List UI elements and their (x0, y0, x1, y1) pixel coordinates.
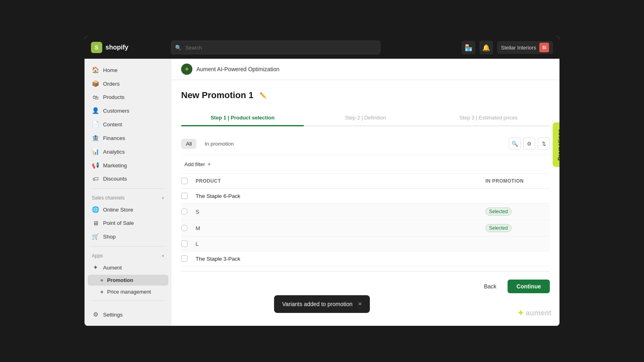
add-filter-button[interactable]: Add filter ＋ (181, 159, 550, 169)
continue-button[interactable]: Continue (508, 280, 550, 293)
notification-icon-btn[interactable]: 🔔 (479, 41, 493, 54)
sidebar: 🏠 Home 📦 Orders 🛍 Products 👤 Customers 📄… (85, 59, 171, 326)
row-m-name: M (196, 225, 485, 231)
sidebar-item-label: Promotion (107, 277, 133, 283)
table-row: M Selected (181, 220, 550, 237)
sidebar-item-analytics[interactable]: 📊 Analytics (88, 145, 168, 158)
sales-channels-label: Sales channels ▾ (88, 192, 168, 202)
content-icon: 📄 (92, 121, 99, 128)
sidebar-item-price-management[interactable]: Price management (88, 286, 168, 297)
products-icon: 🛍 (92, 94, 99, 101)
sidebar-item-online-store[interactable]: 🌐 Online Store (88, 203, 168, 216)
app-header-title: Aument AI-Powered Optimization (196, 66, 279, 72)
user-name: Stellar Interiors (501, 45, 536, 51)
sidebar-item-label: Online Store (103, 207, 133, 213)
sidebar-item-orders[interactable]: 📦 Orders (88, 77, 168, 90)
table-header: Product In promotion (181, 174, 550, 189)
sidebar-item-settings[interactable]: ⚙ Settings (88, 308, 168, 321)
edit-title-button[interactable]: ✏️ (258, 90, 269, 101)
row-l-checkbox[interactable] (181, 241, 188, 247)
table-row: The Staple 3-Pack (181, 251, 550, 266)
row-s-checkbox[interactable] (181, 208, 188, 215)
sidebar-item-label: Aument (103, 265, 122, 271)
add-filter-row: Add filter ＋ (181, 155, 550, 174)
add-filter-label: Add filter (184, 161, 205, 167)
top-nav: S shopify 🔍 🏪 🔔 Stellar Interiors SI (85, 36, 559, 59)
orders-icon: 📦 (92, 80, 99, 87)
steps-bar: Step 1 | Product selection Step 2 | Defi… (181, 111, 550, 126)
table-row: L (181, 237, 550, 251)
toast-close-button[interactable]: × (358, 300, 362, 308)
col-product-header: Product (196, 178, 485, 184)
sidebar-item-home[interactable]: 🏠 Home (88, 64, 168, 76)
aument-icon: ✦ (92, 264, 99, 271)
side-promotions-tab-container: Promotions (553, 123, 559, 240)
search-bar-container: 🔍 (171, 41, 380, 54)
filter-options-btn[interactable]: ⚙ (523, 138, 535, 150)
sidebar-item-aument[interactable]: ✦ Aument (88, 261, 168, 274)
sidebar-item-shop[interactable]: 🛒 Shop (88, 230, 168, 243)
discounts-icon: 🏷 (92, 175, 99, 182)
back-button[interactable]: Back (477, 280, 503, 293)
shopify-logo[interactable]: S shopify (91, 42, 128, 53)
search-input[interactable] (171, 41, 380, 54)
sidebar-item-marketing[interactable]: 📢 Marketing (88, 159, 168, 172)
page-title-row: New Promotion 1 ✏️ (181, 90, 550, 101)
tab-in-promotion[interactable]: In promotion (200, 139, 238, 149)
filter-right-actions: 🔍 ⚙ ⇅ (509, 138, 550, 150)
sidebar-item-content[interactable]: 📄 Content (88, 118, 168, 131)
sidebar-item-label: Settings (103, 312, 123, 318)
row-l-name: L (196, 241, 485, 247)
main-layout: 🏠 Home 📦 Orders 🛍 Products 👤 Customers 📄… (85, 59, 559, 326)
sidebar-item-label: Finances (103, 135, 125, 141)
aument-star-icon: ✦ (517, 308, 524, 318)
side-promotions-tab[interactable]: Promotions (553, 123, 559, 167)
row-staple3-checkbox[interactable] (181, 255, 188, 262)
bottom-actions: Back Continue (181, 271, 550, 295)
app-header: ✦ Aument AI-Powered Optimization (171, 59, 559, 80)
nav-right: 🏪 🔔 Stellar Interiors SI (462, 41, 553, 54)
row-s-name: S (196, 209, 485, 215)
sidebar-item-customers[interactable]: 👤 Customers (88, 104, 168, 117)
pos-icon: 🖥 (92, 220, 99, 226)
sidebar-item-label: Discounts (103, 176, 127, 182)
expand-icon: ▾ (162, 195, 164, 201)
avatar: SI (539, 43, 549, 52)
sidebar-item-label: Home (103, 67, 118, 73)
product-table: Product In promotion The Staple 6-Pack (181, 174, 550, 266)
sidebar-item-pos[interactable]: 🖥 Point of Sale (88, 217, 168, 229)
sidebar-item-products[interactable]: 🛍 Products (88, 91, 168, 103)
row-m-checkbox[interactable] (181, 225, 188, 231)
home-icon: 🏠 (92, 66, 99, 74)
sidebar-item-label: Shop (103, 234, 116, 240)
toast-message: Variants added to promotion (282, 301, 353, 307)
user-menu[interactable]: Stellar Interiors SI (497, 41, 553, 54)
sidebar-item-label: Point of Sale (103, 220, 134, 226)
sub-item-dot (101, 279, 103, 282)
analytics-icon: 📊 (92, 148, 99, 155)
store-icon-btn[interactable]: 🏪 (462, 41, 475, 54)
step-3-tab[interactable]: Step 3 | Estimated prices (427, 111, 550, 125)
sort-btn[interactable]: ⇅ (538, 138, 550, 150)
sidebar-item-discounts[interactable]: 🏷 Discounts (88, 173, 168, 185)
table-row: S Selected (181, 204, 550, 220)
apps-label: Apps ▾ (88, 250, 168, 260)
aument-app-icon: ✦ (181, 64, 192, 75)
sidebar-item-finances[interactable]: 🏦 Finances (88, 132, 168, 144)
sidebar-divider-2 (91, 246, 165, 247)
step-1-tab[interactable]: Step 1 | Product selection (181, 111, 304, 125)
page-content: New Promotion 1 ✏️ Step 1 | Product sele… (171, 80, 559, 326)
row-staple6-checkbox[interactable] (181, 193, 188, 199)
aument-logo-text: aument (526, 309, 551, 317)
select-all-checkbox[interactable] (181, 178, 188, 184)
sidebar-item-label: Products (103, 94, 124, 100)
plus-icon: ＋ (206, 160, 212, 168)
row-staple6-name: The Staple 6-Pack (196, 193, 485, 199)
search-filter-btn[interactable]: 🔍 (509, 138, 521, 150)
row-staple3-name: The Staple 3-Pack (196, 256, 485, 262)
tab-all[interactable]: All (181, 139, 196, 149)
step-2-tab[interactable]: Step 2 | Definition (304, 111, 427, 125)
sidebar-item-promotion[interactable]: Promotion (88, 275, 168, 286)
content-area: ✦ Aument AI-Powered Optimization New Pro… (171, 59, 559, 326)
sidebar-item-label: Marketing (103, 162, 127, 169)
